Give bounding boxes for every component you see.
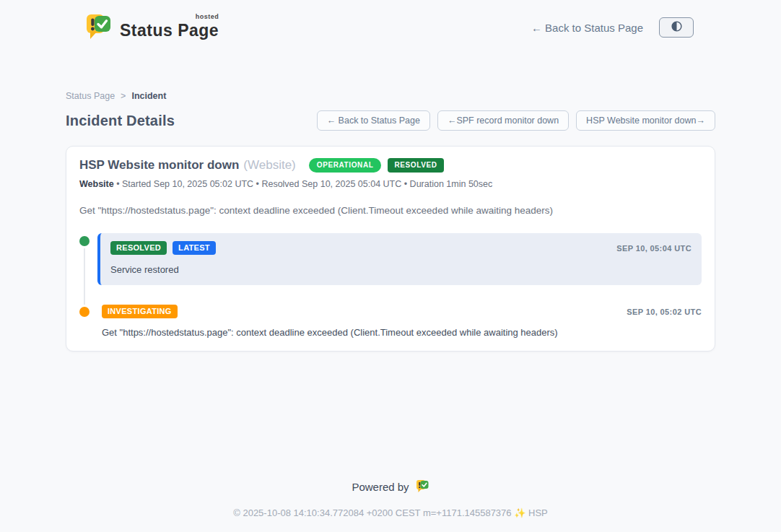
timeline-dot-resolved xyxy=(79,236,90,246)
incident-card-header: HSP Website monitor down (Website) OPERA… xyxy=(79,158,702,173)
brand-text: hosted Status Page xyxy=(120,15,219,40)
resolved-badge: RESOLVED xyxy=(110,241,167,255)
incident-title: HSP Website monitor down xyxy=(79,158,239,173)
timeline-timestamp: SEP 10, 05:02 UTC xyxy=(627,308,702,316)
brand-title: Status Page xyxy=(120,21,219,40)
app-header: hosted Status Page ← Back to Status Page xyxy=(0,0,781,55)
timeline-dot-investigating xyxy=(79,307,90,317)
incident-meta-details: • Started Sep 10, 2025 05:02 UTC • Resol… xyxy=(114,179,493,189)
latest-badge: LATEST xyxy=(173,241,216,255)
timeline-entry-content: RESOLVED LATEST SEP 10, 05:04 UTC Servic… xyxy=(97,233,702,285)
timeline-entry-resolved: RESOLVED LATEST SEP 10, 05:04 UTC Servic… xyxy=(79,233,702,285)
operational-status-badge: OPERATIONAL xyxy=(309,158,382,173)
incident-meta-component: Website xyxy=(79,179,114,189)
statuspage-logo-icon-small xyxy=(415,479,429,495)
timeline-entry-content: INVESTIGATING SEP 10, 05:02 UTC Get "htt… xyxy=(97,304,702,338)
page-title: Incident Details xyxy=(66,113,175,129)
incident-nav-buttons: ← Back to Status Page ←SPF record monito… xyxy=(317,110,715,131)
incident-timeline: RESOLVED LATEST SEP 10, 05:04 UTC Servic… xyxy=(79,233,702,338)
header-back-link[interactable]: ← Back to Status Page xyxy=(531,22,643,34)
timeline-badges-row: INVESTIGATING SEP 10, 05:02 UTC xyxy=(102,305,702,318)
incident-meta: Website • Started Sep 10, 2025 05:02 UTC… xyxy=(79,179,702,189)
breadcrumb-incident: Incident xyxy=(131,91,166,101)
main-content: Status Page > Incident Incident Details … xyxy=(66,55,715,518)
investigating-badge: INVESTIGATING xyxy=(102,305,178,318)
prev-incident-button[interactable]: ←SPF record monitor down xyxy=(437,110,569,131)
title-row: Incident Details ← Back to Status Page ←… xyxy=(66,110,715,131)
timeline-entry-investigating: INVESTIGATING SEP 10, 05:02 UTC Get "htt… xyxy=(79,304,702,338)
incident-component: (Website) xyxy=(243,158,295,173)
timeline-badges-row: RESOLVED LATEST SEP 10, 05:04 UTC xyxy=(110,241,691,255)
brand-superscript: hosted xyxy=(196,13,219,20)
copyright-text: © 2025-10-08 14:10:34.772084 +0200 CEST … xyxy=(66,507,715,518)
incident-card: HSP Website monitor down (Website) OPERA… xyxy=(66,146,715,352)
header-actions: ← Back to Status Page xyxy=(531,17,694,38)
timeline-message: Service restored xyxy=(110,264,691,275)
back-to-status-page-button[interactable]: ← Back to Status Page xyxy=(317,110,430,131)
timeline-message: Get "https://hostedstatus.page": context… xyxy=(102,327,702,338)
breadcrumb-separator: > xyxy=(121,91,126,101)
breadcrumb: Status Page > Incident xyxy=(66,91,715,101)
statuspage-logo-icon xyxy=(84,12,113,43)
breadcrumb-status-page[interactable]: Status Page xyxy=(66,91,115,101)
theme-toggle-button[interactable] xyxy=(659,17,694,38)
incident-description: Get "https://hostedstatus.page": context… xyxy=(79,205,702,216)
powered-by-label: Powered by xyxy=(352,481,409,493)
timeline-timestamp: SEP 10, 05:04 UTC xyxy=(616,244,691,253)
page-footer: Powered by © 2025-10-08 14:10:34.772084 … xyxy=(66,479,715,518)
resolved-status-badge: RESOLVED xyxy=(388,158,443,173)
next-incident-button[interactable]: HSP Website monitor down→ xyxy=(576,110,715,131)
half-circle-theme-icon xyxy=(671,20,683,35)
powered-by-link[interactable]: Powered by xyxy=(66,479,715,495)
brand-logo[interactable]: hosted Status Page xyxy=(84,12,219,43)
